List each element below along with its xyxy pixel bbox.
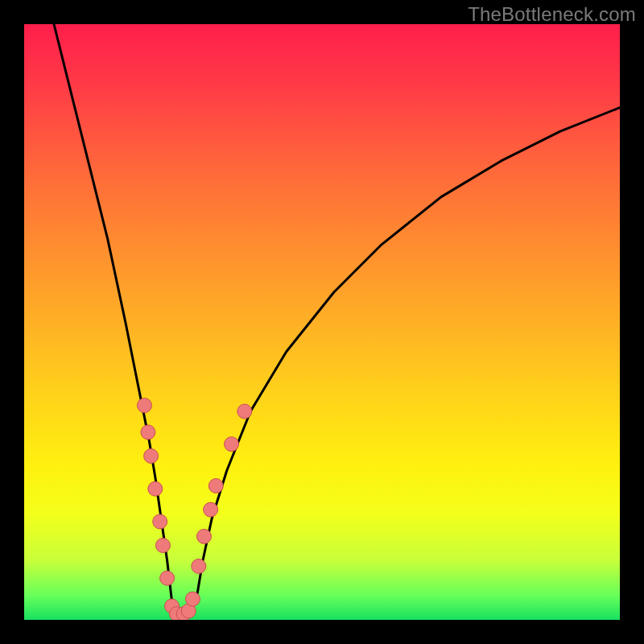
- data-point: [144, 449, 159, 464]
- data-point: [148, 481, 163, 496]
- data-point: [192, 559, 206, 573]
- data-point: [155, 539, 170, 553]
- data-point: [237, 404, 252, 419]
- chart-svg: [24, 24, 620, 620]
- data-point: [196, 529, 211, 543]
- bottleneck-curve: [54, 24, 620, 615]
- watermark-text: TheBottleneck.com: [468, 3, 636, 26]
- data-point: [204, 502, 218, 517]
- data-point: [153, 514, 167, 529]
- data-point: [141, 425, 155, 440]
- data-markers: [137, 398, 251, 620]
- data-point: [160, 571, 175, 585]
- data-point: [225, 437, 239, 452]
- plot-area: [24, 24, 620, 620]
- data-point: [185, 592, 200, 606]
- curve-path: [54, 24, 620, 615]
- data-point: [208, 479, 223, 493]
- chart-frame: TheBottleneck.com: [0, 0, 644, 644]
- data-point: [137, 398, 151, 413]
